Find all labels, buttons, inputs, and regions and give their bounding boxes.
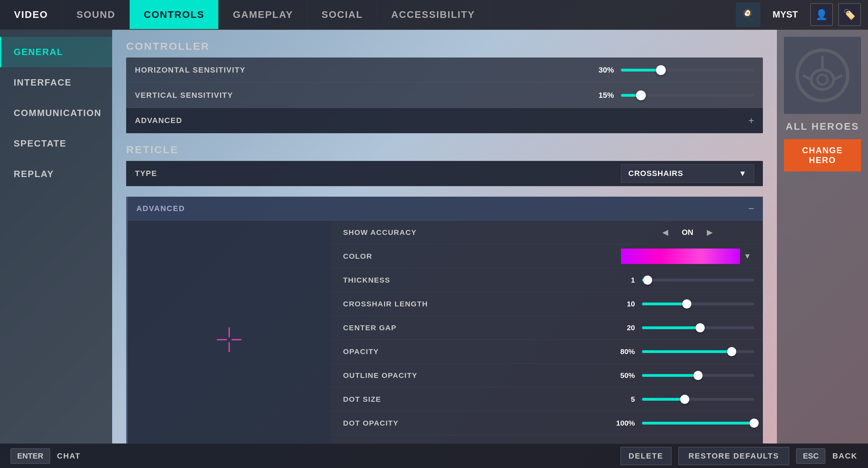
dot-opacity-label: DOT OPACITY [340, 419, 607, 427]
vertical-sensitivity-value: 15% [586, 91, 614, 100]
thickness-slider[interactable] [642, 279, 754, 282]
esc-key: ESC [796, 448, 825, 464]
reticle-type-select[interactable]: CROSSHAIRS ▼ [621, 164, 754, 183]
username: MYST [766, 9, 805, 20]
horizontal-sensitivity-value: 30% [586, 66, 614, 75]
controller-expand-icon: + [749, 115, 754, 126]
vertical-sensitivity-row: VERTICAL SENSITIVITY 15% [126, 83, 763, 108]
controller-advanced-label: ADVANCED [135, 116, 749, 125]
chat-label: CHAT [57, 452, 81, 461]
sidebar-item-replay[interactable]: REPLAY [0, 159, 112, 189]
color-control[interactable]: ▼ [621, 249, 754, 264]
top-navigation: VIDEO SOUND CONTROLS GAMEPLAY SOCIAL ACC… [0, 0, 868, 30]
horizontal-sensitivity-label: HORIZONTAL SENSITIVITY [135, 66, 586, 75]
color-row: COLOR ▼ [331, 244, 763, 268]
tab-social[interactable]: SOCIAL [307, 0, 377, 29]
crosshair-top [229, 327, 230, 337]
sidebar-item-general[interactable]: GENERAL [0, 37, 112, 67]
scale-resolution-value: ON [677, 442, 698, 444]
reticle-type-label: TYPE [135, 169, 621, 178]
dot-size-label: DOT SIZE [340, 395, 607, 403]
scale-resolution-label: SCALE WITH RESOLUTION [340, 443, 621, 444]
sidebar-item-interface[interactable]: INTERFACE [0, 67, 112, 98]
show-accuracy-row: SHOW ACCURACY ◀ ON ▶ [331, 221, 763, 244]
dot-size-value: 5 [607, 395, 635, 403]
crosshair-left [217, 339, 227, 340]
opacity-slider[interactable] [642, 350, 754, 353]
reticle-type-row: TYPE CROSSHAIRS ▼ [126, 161, 763, 186]
outline-opacity-row: OUTLINE OPACITY 50% [331, 364, 763, 387]
main-layout: GENERAL INTERFACE COMMUNICATION SPECTATE… [0, 30, 868, 443]
tab-accessibility[interactable]: ACCESSIBILITY [377, 0, 489, 29]
vertical-sensitivity-slider[interactable] [621, 94, 754, 97]
show-accuracy-value: ON [677, 228, 698, 237]
center-gap-row: CENTER GAP 20 [331, 316, 763, 340]
show-accuracy-label: SHOW ACCURACY [340, 228, 621, 237]
show-accuracy-prev-arrow[interactable]: ◀ [659, 226, 672, 239]
scale-resolution-row: SCALE WITH RESOLUTION ◀ ON ▶ [331, 435, 763, 443]
thickness-value: 1 [607, 276, 635, 284]
show-accuracy-control[interactable]: ◀ ON ▶ [621, 226, 754, 239]
reticle-advanced-block: ADVANCED − [126, 197, 763, 443]
controller-advanced-row[interactable]: ADVANCED + [126, 108, 763, 133]
reticle-type-value: CROSSHAIRS [628, 169, 683, 178]
reticle-advanced-label: ADVANCED [136, 204, 749, 213]
tab-video[interactable]: VIDEO [0, 0, 62, 29]
settings-icon-btn[interactable]: 🏷️ [838, 3, 861, 26]
crosshair-length-value: 10 [607, 300, 635, 308]
delete-button[interactable]: DELETE [621, 447, 671, 465]
scale-resolution-control[interactable]: ◀ ON ▶ [621, 441, 754, 444]
color-label: COLOR [340, 252, 621, 260]
sidebar-item-spectate[interactable]: SPECTATE [0, 128, 112, 159]
crosshair-preview [215, 326, 243, 354]
hero-name: ALL HEROES [786, 121, 859, 132]
controller-settings-block: HORIZONTAL SENSITIVITY 30% VERTICAL SENS… [126, 57, 763, 133]
back-label: BACK [832, 452, 857, 461]
enter-key: ENTER [11, 448, 50, 464]
horizontal-sensitivity-row: HORIZONTAL SENSITIVITY 30% [126, 57, 763, 83]
color-bar [621, 249, 740, 264]
dot-opacity-row: DOT OPACITY 100% [331, 411, 763, 435]
bottom-bar: ENTER CHAT DELETE RESTORE DEFAULTS ESC B… [0, 443, 868, 468]
outline-opacity-slider[interactable] [642, 374, 754, 377]
scale-resolution-prev-arrow[interactable]: ◀ [659, 441, 672, 444]
sidebar: GENERAL INTERFACE COMMUNICATION SPECTATE… [0, 30, 112, 443]
settings-content: CONTROLLER HORIZONTAL SENSITIVITY 30% VE… [112, 30, 777, 443]
profile-icon-btn[interactable]: 👤 [810, 3, 833, 26]
restore-defaults-button[interactable]: RESTORE DEFAULTS [678, 447, 790, 465]
tab-gameplay[interactable]: GAMEPLAY [219, 0, 307, 29]
crosshair-preview-area [128, 221, 331, 443]
outline-opacity-value: 50% [607, 371, 635, 380]
advanced-inner: SHOW ACCURACY ◀ ON ▶ COLOR ▼ [128, 221, 763, 443]
thickness-row: THICKNESS 1 [331, 268, 763, 292]
change-hero-button[interactable]: CHANGE HERO [784, 139, 861, 171]
crosshair-length-label: CROSSHAIR LENGTH [340, 300, 607, 308]
color-dropdown-arrow: ▼ [744, 252, 751, 261]
opacity-label: OPACITY [340, 347, 607, 356]
reticle-collapse-icon: − [749, 203, 754, 214]
reticle-section-title: RETICLE [126, 144, 763, 156]
opacity-value: 80% [607, 347, 635, 356]
overwatch-logo-svg [794, 47, 850, 103]
show-accuracy-next-arrow[interactable]: ▶ [703, 226, 716, 239]
reticle-advanced-header[interactable]: ADVANCED − [128, 197, 763, 221]
crosshair-length-slider[interactable] [642, 303, 754, 305]
crosshair-length-row: CROSSHAIR LENGTH 10 [331, 292, 763, 316]
crosshair-bottom [229, 342, 230, 352]
tab-controls[interactable]: CONTROLS [130, 0, 219, 29]
scale-resolution-next-arrow[interactable]: ▶ [703, 441, 716, 444]
controller-section-title: CONTROLLER [126, 40, 763, 52]
tab-sound[interactable]: SOUND [62, 0, 130, 29]
user-area: 🍳 MYST 👤 🏷️ [736, 2, 868, 27]
dot-opacity-slider[interactable] [642, 422, 754, 425]
dot-size-slider[interactable] [642, 398, 754, 401]
center-gap-label: CENTER GAP [340, 324, 607, 332]
thickness-label: THICKNESS [340, 276, 607, 284]
user-avatar: 🍳 [736, 2, 760, 27]
hero-logo [784, 37, 861, 114]
center-gap-slider[interactable] [642, 326, 754, 329]
horizontal-sensitivity-slider[interactable] [621, 69, 754, 72]
crosshair-right [232, 339, 241, 340]
hero-panel: ALL HEROES CHANGE HERO [777, 30, 868, 443]
sidebar-item-communication[interactable]: COMMUNICATION [0, 98, 112, 128]
